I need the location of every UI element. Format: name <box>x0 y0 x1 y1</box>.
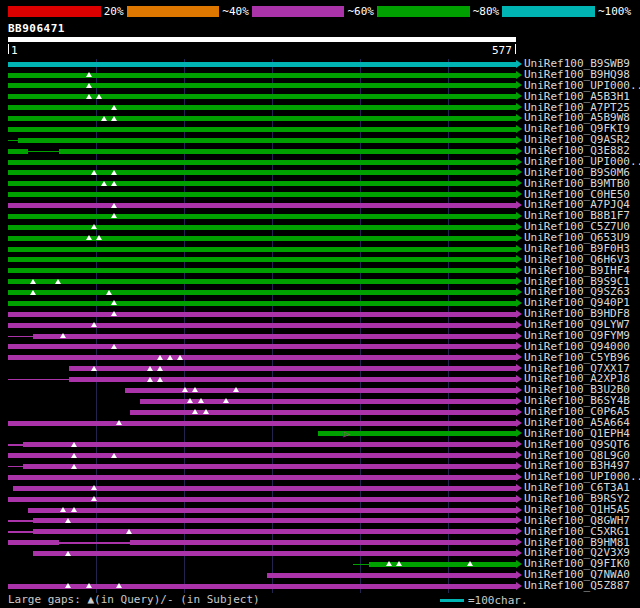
query-gap-triangle-icon <box>111 453 117 458</box>
hit-bar[interactable] <box>8 494 516 505</box>
query-gap-triangle-icon <box>71 507 77 512</box>
alignment-segment <box>13 486 516 491</box>
query-gap-triangle-icon <box>71 442 77 447</box>
hit-bar[interactable] <box>8 440 516 451</box>
alignment-segment <box>8 497 516 502</box>
query-gap-triangle-icon <box>198 398 204 403</box>
arrowhead-icon <box>516 549 522 557</box>
arrowhead-icon <box>516 81 522 89</box>
hit-bar[interactable] <box>8 461 516 472</box>
query-gap-triangle-icon <box>86 83 92 88</box>
query-gap-triangle-icon <box>187 398 193 403</box>
query-gap-triangle-icon <box>177 355 183 360</box>
hit-bar[interactable] <box>8 570 516 581</box>
hit-bar[interactable] <box>8 287 516 298</box>
hit-bar[interactable] <box>8 320 516 331</box>
query-gap-triangle-icon <box>86 94 92 99</box>
scale-label: 20% <box>101 5 127 18</box>
hit-bar[interactable] <box>8 277 516 288</box>
hit-bar[interactable] <box>8 255 516 266</box>
hit-bar[interactable] <box>8 527 516 538</box>
alignment-segment <box>8 336 33 337</box>
arrowhead-icon <box>516 245 522 253</box>
arrowhead-icon <box>516 266 522 274</box>
arrowhead-icon <box>516 495 522 503</box>
hit-bar[interactable] <box>8 92 516 103</box>
arrowhead-icon <box>516 506 522 514</box>
hit-bar[interactable] <box>8 516 516 527</box>
arrowhead-icon <box>516 386 522 394</box>
query-gap-triangle-icon <box>467 561 473 566</box>
hit-bar[interactable] <box>8 309 516 320</box>
hit-bar[interactable] <box>8 168 516 179</box>
hit-bar[interactable] <box>8 157 516 168</box>
query-gap-triangle-icon <box>96 94 102 99</box>
hit-bar[interactable] <box>8 353 516 364</box>
hit-bar[interactable] <box>8 113 516 124</box>
query-gap-triangle-icon <box>192 387 198 392</box>
alignment-segment <box>8 214 516 219</box>
alignment-segment <box>8 62 516 67</box>
alignment-segment <box>23 442 516 447</box>
arrowhead-icon <box>516 342 522 350</box>
hit-bar[interactable] <box>8 331 516 342</box>
arrowhead-icon <box>516 158 522 166</box>
alignment-segment <box>8 323 516 328</box>
hit-label[interactable]: UniRef100_Q5Z887 <box>524 581 630 592</box>
hit-bar[interactable] <box>8 244 516 255</box>
hit-bar[interactable] <box>8 451 516 462</box>
hit-bar[interactable] <box>8 179 516 190</box>
query-gap-triangle-icon <box>223 398 229 403</box>
alignment-segment <box>8 379 69 380</box>
hit-bar[interactable] <box>8 407 516 418</box>
hit-bar[interactable] <box>8 396 516 407</box>
hit-bar[interactable] <box>8 200 516 211</box>
hit-bar[interactable] <box>8 190 516 201</box>
hit-bar[interactable] <box>8 538 516 549</box>
hit-bar[interactable] <box>8 70 516 81</box>
arrowhead-icon <box>516 212 522 220</box>
hit-bar[interactable] <box>8 418 516 429</box>
hit-bar[interactable] <box>8 298 516 309</box>
hit-bar[interactable]: ▷ <box>8 429 516 440</box>
hit-bar[interactable] <box>8 59 516 70</box>
hit-bar[interactable] <box>8 233 516 244</box>
hit-bar[interactable] <box>8 135 516 146</box>
query-gap-triangle-icon <box>91 485 97 490</box>
hit-bar[interactable] <box>8 211 516 222</box>
alignment-segment <box>8 290 516 295</box>
query-gap-triangle-icon <box>55 279 61 284</box>
query-gap-triangle-icon <box>91 366 97 371</box>
hit-bar[interactable] <box>8 385 516 396</box>
hit-bar[interactable] <box>8 472 516 483</box>
arrowhead-icon <box>516 397 522 405</box>
ruler-start: 1 <box>11 44 18 57</box>
hit-bar[interactable] <box>8 559 516 570</box>
alignment-segment <box>8 247 516 252</box>
hit-bar[interactable] <box>8 266 516 277</box>
hit-bar[interactable] <box>8 342 516 353</box>
query-gap-triangle-icon <box>111 213 117 218</box>
scale-label: ~60% <box>344 5 377 18</box>
arrowhead-icon <box>516 147 522 155</box>
ruler-tick-end <box>515 44 516 54</box>
hit-bar[interactable] <box>8 364 516 375</box>
hit-bar[interactable] <box>8 548 516 559</box>
arrowhead-icon <box>516 582 522 590</box>
hit-bar[interactable] <box>8 374 516 385</box>
legend-gaps-text: Large gaps: ▲(in Query)/- (in Subject) <box>8 593 260 607</box>
arrowhead-icon <box>516 538 522 546</box>
hit-bar[interactable] <box>8 146 516 157</box>
hit-bar[interactable] <box>8 124 516 135</box>
hit-bar[interactable] <box>8 103 516 114</box>
hit-bar[interactable] <box>8 81 516 92</box>
hit-bar[interactable] <box>8 505 516 516</box>
hit-bar[interactable] <box>8 222 516 233</box>
arrowhead-icon <box>516 103 522 111</box>
arrowhead-icon <box>516 560 522 568</box>
hit-bar[interactable] <box>8 483 516 494</box>
hit-bar[interactable] <box>8 581 516 592</box>
query-gap-triangle-icon <box>111 105 117 110</box>
query-gap-triangle-icon <box>65 583 71 588</box>
identity-scale: 20%~40%~60%~80%~100% <box>8 5 634 18</box>
